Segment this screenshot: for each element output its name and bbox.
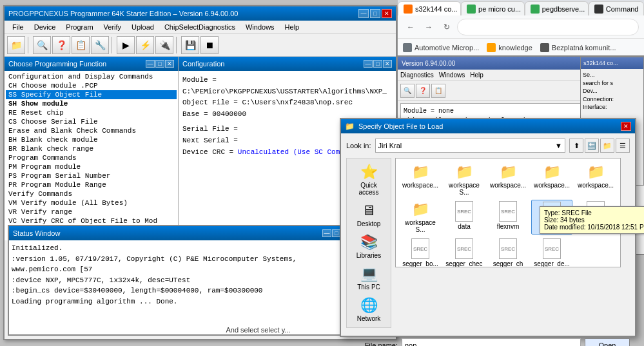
cmd-ch[interactable]: CH Choose module .PCP — [6, 81, 177, 90]
dialog-close-button[interactable]: ✕ — [621, 122, 631, 131]
second-tb-btn-3[interactable]: 📋 — [431, 84, 445, 98]
toolbar-btn-2[interactable]: 🔍 — [33, 36, 51, 54]
view-button[interactable]: ☰ — [616, 139, 630, 153]
tab-s32k144[interactable]: s32k144 co... ✕ — [398, 1, 461, 15]
file-item-workspaces[interactable]: 📁 workspaceS... — [444, 162, 485, 197]
folder-icon-3: 📁 — [500, 164, 517, 180]
file-item-workspace4[interactable]: 📁 workspace... — [531, 162, 572, 197]
back-button[interactable]: ← — [403, 19, 418, 35]
toolbar-btn-10[interactable]: ⏹ — [200, 36, 219, 54]
second-tb-btn-1[interactable]: 🔍 — [400, 84, 415, 98]
filename-input[interactable] — [402, 338, 581, 346]
file-item-segger-check2[interactable]: SREC segger_che... — [487, 237, 529, 267]
tab-command[interactable]: Command ✕ — [589, 1, 644, 15]
menu-help[interactable]: Help — [280, 22, 305, 32]
file-item-workspace5[interactable]: 📁 workspace... — [575, 162, 616, 197]
file-label-workspace5: workspace... — [578, 182, 614, 189]
right-panel-close[interactable]: ✕ — [383, 60, 392, 68]
left-panel-title: Choose Programming Function — [8, 60, 145, 68]
refresh-button[interactable]: ↻ — [439, 19, 454, 35]
menu-windows2[interactable]: Windows — [439, 72, 465, 79]
menu-upload[interactable]: Upload — [126, 22, 159, 32]
left-panel-maximize[interactable]: □ — [155, 60, 164, 68]
sidebar-network[interactable]: 🌐 Network — [349, 294, 388, 325]
menu-program[interactable]: Program — [61, 22, 98, 32]
nav-new-folder-button[interactable]: 📁 — [600, 139, 614, 153]
file-item-segger-bo[interactable]: SREC segger_bo... — [400, 237, 441, 267]
menu-diagnostics[interactable]: Diagnostics — [400, 72, 434, 79]
forward-button[interactable]: → — [421, 19, 436, 35]
lookin-dropdown[interactable]: Jiri Kral ▼ — [375, 139, 565, 153]
menu-help2[interactable]: Help — [470, 72, 483, 79]
command-list[interactable]: Configuration and Display Commands CH Ch… — [5, 71, 178, 240]
file-item-segger-check1[interactable]: SREC segger_check — [444, 237, 485, 267]
right-panel-minimize[interactable]: — — [364, 60, 373, 68]
file-tooltip: Type: SREC File Size: 34 bytes Date modi… — [540, 206, 644, 234]
file-item-workspace1[interactable]: 📁 workspace... — [400, 162, 441, 197]
cmd-cs[interactable]: CS Choose Serial File — [6, 117, 177, 126]
toolbar-btn-4[interactable]: 📋 — [72, 36, 90, 54]
menu-chipselect[interactable]: ChipSelectDiagnostics — [159, 22, 240, 32]
menu-file[interactable]: File — [7, 22, 29, 32]
cmd-pr[interactable]: PR Program Module Range — [6, 180, 177, 189]
bookmark-knowledge[interactable]: knowledge — [487, 43, 532, 52]
config-device-crc-label: Device CRC = — [182, 148, 233, 156]
nav-back-button[interactable]: 🔙 — [585, 139, 599, 153]
file-label-workspace1: workspace... — [402, 182, 438, 189]
dialog-bottom: File name: Open Files of type: All Debug… — [341, 338, 635, 346]
cmd-ps[interactable]: PS Program Serial Number — [6, 171, 177, 180]
bookmark-label-knowledge: knowledge — [498, 44, 532, 52]
cmd-vc[interactable]: VC Verify CRC of Object File to Mod — [6, 216, 177, 226]
cmd-bh[interactable]: BH Blank check module — [6, 135, 177, 144]
file-item-workspace3[interactable]: 📁 workspace... — [487, 162, 529, 197]
sidebar-desktop[interactable]: 🖥 Desktop — [349, 200, 388, 230]
menu-verify[interactable]: Verify — [99, 22, 127, 32]
sidebar-libraries[interactable]: 📚 Libraries — [349, 231, 388, 262]
toolbar-btn-1[interactable]: 📁 — [7, 36, 25, 54]
tab-label-s32k144: s32k144 co... — [415, 5, 457, 13]
minimize-button[interactable]: — — [358, 9, 369, 18]
file-item-segger-de[interactable]: SREC segger_de... — [531, 237, 572, 267]
cmd-pm[interactable]: PM Program module — [6, 162, 177, 171]
cmd-vr[interactable]: VR Verify range — [6, 207, 177, 216]
cmd-sh[interactable]: SH Show module — [6, 99, 177, 108]
cmd-ss[interactable]: SS Specify Object File — [6, 90, 177, 99]
toolbar-btn-6[interactable]: ▶ — [117, 36, 135, 54]
status-minimize[interactable]: — — [322, 229, 331, 237]
close-button[interactable]: ✕ — [382, 9, 392, 18]
toolbar-btn-5[interactable]: 🔧 — [91, 36, 109, 54]
open-button[interactable]: Open — [585, 338, 630, 346]
nav-up-button[interactable]: ⬆ — [569, 139, 583, 153]
cmd-br[interactable]: BR Blank check range — [6, 144, 177, 153]
right-panel-maximize[interactable]: □ — [373, 60, 382, 68]
dialog-titlebar: 📁 Specify Object File to Load ✕ — [341, 119, 635, 133]
lookin-arrow-icon: ▼ — [555, 142, 562, 149]
bookmark-bezplatna[interactable]: Bezplatná komunit... — [540, 43, 616, 52]
maximize-button[interactable]: □ — [370, 9, 380, 18]
menu-windows[interactable]: Windows — [240, 22, 280, 32]
sidebar-quick-access[interactable]: ⭐ Quick access — [349, 161, 388, 198]
bookmark-automotive[interactable]: Automotive Microp... — [403, 43, 479, 52]
cmd-vm[interactable]: VM Verify module (All Bytes) — [6, 198, 177, 207]
status-content: Initialized. :version 1.05, 07/19/2017, … — [9, 240, 355, 334]
toolbar-btn-7[interactable]: ⚡ — [136, 36, 154, 54]
tab-pegdb[interactable]: pegdbserve... ✕ — [525, 1, 589, 15]
toolbar-btn-8[interactable]: 🔌 — [155, 36, 173, 54]
main-window-title: PROGPPCNEXUS Programmer 64K Starter Edit… — [8, 10, 357, 17]
second-tb-btn-2[interactable]: ❓ — [416, 84, 430, 98]
menu-device[interactable]: Device — [29, 22, 61, 32]
cmd-re[interactable]: RE Reset chip — [6, 108, 177, 117]
left-panel-minimize[interactable]: — — [146, 60, 155, 68]
sidebar-this-pc[interactable]: 💻 This PC — [349, 263, 388, 293]
tab-pemicro[interactable]: pe micro cu... ✕ — [461, 1, 525, 15]
status-line-2: :version 1.05, 07/19/2017, Copyright (C)… — [12, 254, 352, 275]
this-pc-icon: 💻 — [360, 265, 378, 282]
toolbar-btn-3[interactable]: ❓ — [52, 36, 70, 54]
partial-line-5: Interface: — [583, 103, 641, 111]
file-item-flexnvm[interactable]: SREC flexnvm — [487, 200, 529, 235]
file-item-workspacess[interactable]: 📁 workspaceS... — [400, 200, 441, 235]
left-panel-close[interactable]: ✕ — [165, 60, 174, 68]
toolbar-btn-9[interactable]: 💾 — [181, 36, 199, 54]
address-bar[interactable] — [457, 19, 639, 35]
file-item-data[interactable]: SREC data — [444, 200, 485, 235]
